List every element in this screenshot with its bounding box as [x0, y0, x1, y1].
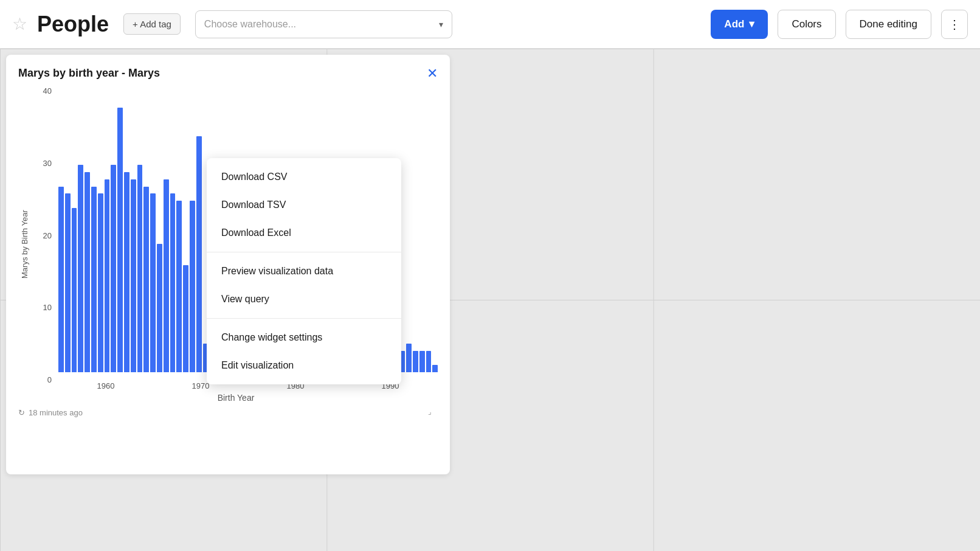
view-query-button[interactable]: View query: [207, 285, 401, 313]
last-updated-text: 18 minutes ago: [29, 408, 83, 417]
bar: [176, 201, 182, 372]
close-button[interactable]: ✕: [427, 67, 438, 80]
bar: [150, 193, 156, 372]
menu-section-preview: Preview visualization data View query: [207, 252, 401, 319]
y-tick: 10: [34, 303, 55, 312]
header: ☆ People + Add tag Choose warehouse... ▾…: [0, 0, 980, 49]
more-icon: ⋮: [948, 17, 961, 32]
chevron-down-icon: ▾: [439, 19, 443, 29]
bar: [137, 165, 143, 372]
widget-title: Marys by birth year - Marys: [18, 67, 160, 80]
y-tick: 40: [34, 86, 55, 95]
download-csv-button[interactable]: Download CSV: [207, 163, 401, 191]
bar: [124, 172, 129, 372]
last-updated: ↻ 18 minutes ago: [18, 408, 83, 417]
bar: [164, 179, 169, 372]
bar: [426, 351, 432, 372]
x-label: 1970: [192, 381, 210, 390]
add-label: Add: [724, 18, 744, 30]
bar: [432, 365, 438, 372]
context-menu: Download CSV Download TSV Download Excel…: [207, 158, 401, 384]
bar: [85, 172, 90, 372]
refresh-icon: ↻: [18, 408, 25, 417]
bar: [111, 165, 116, 372]
menu-section-downloads: Download CSV Download TSV Download Excel: [207, 158, 401, 252]
bar: [58, 187, 64, 373]
y-ticks: 0 10 20 30 40: [34, 86, 55, 384]
download-tsv-button[interactable]: Download TSV: [207, 191, 401, 219]
add-button[interactable]: Add ▾: [711, 10, 768, 39]
bar: [117, 108, 123, 372]
x-label: 1960: [97, 381, 115, 390]
bar: [419, 351, 425, 372]
y-tick: 20: [34, 231, 55, 240]
bar: [131, 179, 136, 372]
add-tag-button[interactable]: + Add tag: [123, 13, 181, 35]
main-content: Marys by birth year - Marys ✕ Marys by B…: [0, 49, 980, 551]
widget-header: Marys by birth year - Marys ✕: [18, 67, 438, 80]
y-tick: 30: [34, 159, 55, 168]
star-icon[interactable]: ☆: [12, 14, 27, 34]
colors-button[interactable]: Colors: [778, 10, 835, 39]
bar: [406, 344, 412, 372]
bar: [72, 208, 77, 372]
bar: [65, 193, 71, 372]
change-widget-settings-button[interactable]: Change widget settings: [207, 324, 401, 352]
warehouse-select[interactable]: Choose warehouse... ▾: [195, 10, 452, 38]
download-excel-button[interactable]: Download Excel: [207, 219, 401, 247]
x-axis-title: Birth Year: [218, 393, 255, 403]
preview-viz-data-button[interactable]: Preview visualization data: [207, 257, 401, 285]
bar: [190, 201, 195, 372]
bar: [157, 244, 162, 373]
bar: [170, 193, 176, 372]
add-chevron-icon: ▾: [749, 18, 754, 30]
done-editing-button[interactable]: Done editing: [846, 10, 931, 39]
more-options-button[interactable]: ⋮: [941, 10, 968, 39]
widget-footer: ↻ 18 minutes ago ⌟: [18, 407, 438, 417]
edit-visualization-button[interactable]: Edit visualization: [207, 352, 401, 379]
y-tick: 0: [34, 375, 55, 384]
bar: [91, 187, 97, 373]
bar: [196, 136, 202, 372]
menu-section-settings: Change widget settings Edit visualizatio…: [207, 319, 401, 384]
bar: [105, 179, 110, 372]
warehouse-placeholder: Choose warehouse...: [204, 19, 296, 30]
bar: [413, 351, 418, 372]
bar: [98, 193, 103, 372]
y-axis-label: Marys by Birth Year: [18, 86, 30, 403]
page-title: People: [37, 12, 109, 37]
bar: [78, 165, 83, 372]
resize-handle[interactable]: ⌟: [428, 407, 438, 417]
bar: [183, 265, 188, 372]
bar: [143, 187, 149, 373]
